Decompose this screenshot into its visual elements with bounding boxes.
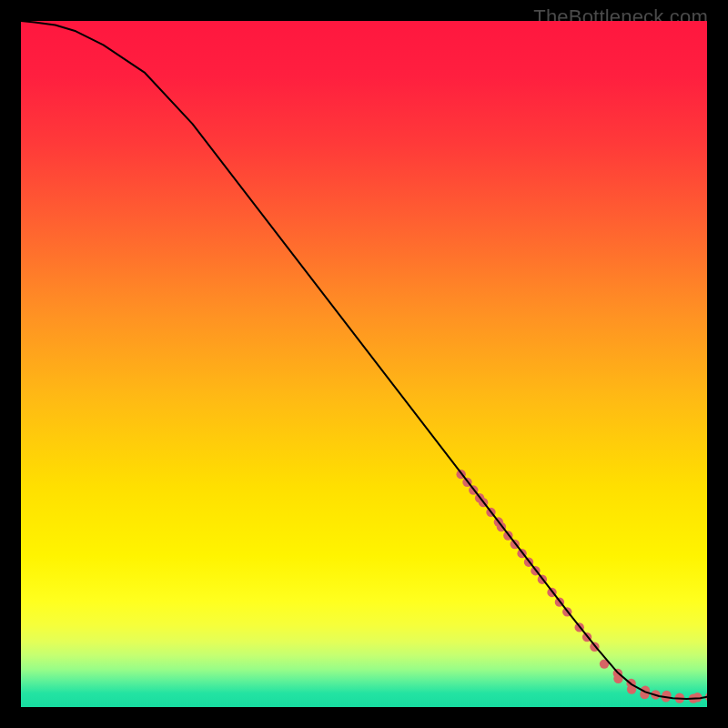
- plot-frame: [21, 21, 707, 707]
- overlay-canvas: [21, 21, 707, 707]
- stage: TheBottleneck.com: [0, 0, 728, 728]
